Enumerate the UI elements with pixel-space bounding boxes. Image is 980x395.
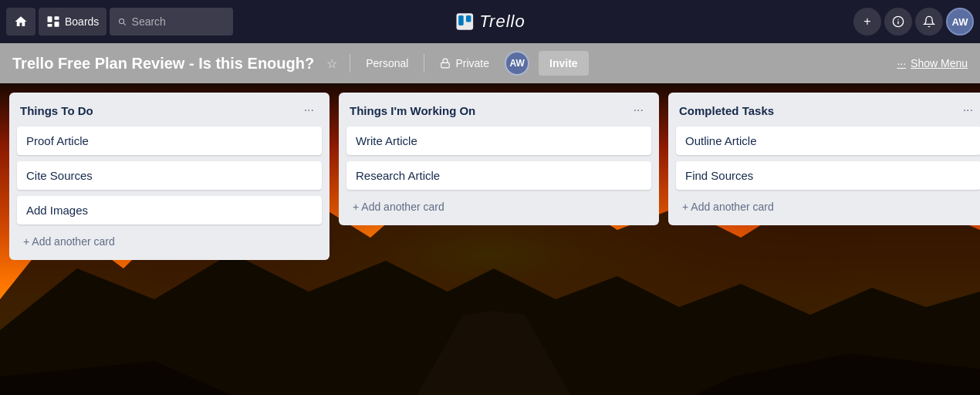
card-find-sources[interactable]: Find Sources bbox=[676, 161, 980, 190]
lists-container: Things To Do ··· Proof Article Cite Sour… bbox=[9, 93, 980, 260]
add-card-working-label: + Add another card bbox=[353, 201, 444, 213]
card-add-images[interactable]: Add Images bbox=[17, 196, 322, 225]
list-working-header: Things I'm Working On ··· bbox=[346, 100, 651, 120]
card-outline-article[interactable]: Outline Article bbox=[676, 127, 980, 155]
add-icon: + bbox=[863, 15, 870, 29]
personal-label: Personal bbox=[366, 57, 408, 69]
card-proof-article-text: Proof Article bbox=[26, 134, 89, 147]
star-button[interactable]: ☆ bbox=[323, 53, 340, 74]
user-initials: AW bbox=[952, 16, 968, 28]
bell-icon bbox=[923, 15, 935, 28]
list-working-menu-button[interactable]: ··· bbox=[629, 102, 648, 119]
svg-rect-2 bbox=[48, 24, 52, 27]
show-menu-label[interactable]: Show Menu bbox=[911, 57, 968, 69]
search-icon bbox=[117, 16, 127, 27]
boards-button[interactable]: Boards bbox=[39, 8, 106, 35]
svg-rect-3 bbox=[55, 22, 59, 27]
boards-icon bbox=[46, 15, 60, 29]
search-box[interactable] bbox=[110, 8, 233, 35]
info-button[interactable] bbox=[884, 8, 912, 35]
lock-icon bbox=[440, 58, 451, 69]
add-card-todo-button[interactable]: + Add another card bbox=[17, 231, 322, 252]
svg-rect-5 bbox=[458, 15, 464, 25]
list-completed-title: Completed Tasks bbox=[679, 104, 774, 117]
board-title: Trello Free Plan Review - Is this Enough… bbox=[12, 55, 314, 73]
list-todo: Things To Do ··· Proof Article Cite Sour… bbox=[9, 93, 329, 260]
list-working: Things I'm Working On ··· Write Article … bbox=[339, 93, 659, 225]
top-navigation: Boards Trello + AW bbox=[0, 0, 980, 43]
list-todo-menu-button[interactable]: ··· bbox=[299, 102, 319, 119]
list-completed: Completed Tasks ··· Outline Article Find… bbox=[668, 93, 980, 225]
boards-label: Boards bbox=[65, 15, 99, 28]
svg-rect-0 bbox=[48, 16, 52, 22]
card-find-sources-text: Find Sources bbox=[685, 169, 753, 182]
card-write-article[interactable]: Write Article bbox=[346, 127, 651, 155]
add-card-completed-label: + Add another card bbox=[682, 201, 774, 213]
private-label: Private bbox=[455, 57, 489, 69]
add-card-todo-label: + Add another card bbox=[23, 235, 115, 248]
board-header: Trello Free Plan Review - Is this Enough… bbox=[0, 43, 980, 83]
add-button[interactable]: + bbox=[853, 8, 881, 35]
more-dots: ··· bbox=[897, 57, 906, 69]
header-divider bbox=[350, 54, 350, 73]
svg-rect-1 bbox=[55, 16, 59, 20]
private-tag[interactable]: Private bbox=[434, 54, 495, 73]
member-initials: AW bbox=[509, 58, 524, 69]
board-background: Things To Do ··· Proof Article Cite Sour… bbox=[0, 83, 980, 395]
add-card-working-button[interactable]: + Add another card bbox=[346, 196, 651, 218]
trello-logo-icon bbox=[455, 12, 475, 32]
invite-button[interactable]: Invite bbox=[539, 51, 589, 76]
add-card-completed-button[interactable]: + Add another card bbox=[676, 196, 980, 218]
show-menu-area[interactable]: ··· Show Menu bbox=[897, 57, 968, 69]
list-todo-title: Things To Do bbox=[20, 104, 93, 117]
member-avatar[interactable]: AW bbox=[505, 51, 529, 76]
personal-tag[interactable]: Personal bbox=[360, 54, 414, 73]
svg-rect-10 bbox=[441, 62, 450, 67]
card-cite-sources-text: Cite Sources bbox=[26, 169, 93, 182]
card-cite-sources[interactable]: Cite Sources bbox=[17, 161, 322, 190]
right-nav-icons: + AW bbox=[853, 8, 974, 35]
search-input[interactable] bbox=[132, 15, 226, 28]
card-research-article-text: Research Article bbox=[356, 169, 440, 182]
info-icon bbox=[892, 15, 904, 28]
card-outline-article-text: Outline Article bbox=[685, 134, 757, 147]
home-icon bbox=[14, 15, 28, 29]
svg-rect-6 bbox=[466, 15, 471, 22]
list-todo-header: Things To Do ··· bbox=[17, 100, 322, 120]
card-research-article[interactable]: Research Article bbox=[346, 161, 651, 190]
user-avatar-button[interactable]: AW bbox=[946, 8, 974, 35]
invite-label: Invite bbox=[549, 57, 578, 69]
card-write-article-text: Write Article bbox=[356, 134, 417, 147]
notification-button[interactable] bbox=[915, 8, 943, 35]
card-proof-article[interactable]: Proof Article bbox=[17, 127, 322, 155]
list-completed-header: Completed Tasks ··· bbox=[676, 100, 980, 120]
list-working-title: Things I'm Working On bbox=[350, 104, 475, 117]
card-add-images-text: Add Images bbox=[26, 204, 88, 217]
header-divider-2 bbox=[424, 54, 424, 73]
logo-text: Trello bbox=[479, 12, 525, 32]
list-completed-menu-button[interactable]: ··· bbox=[958, 102, 978, 119]
trello-logo: Trello bbox=[455, 12, 525, 32]
home-button[interactable] bbox=[6, 8, 35, 35]
